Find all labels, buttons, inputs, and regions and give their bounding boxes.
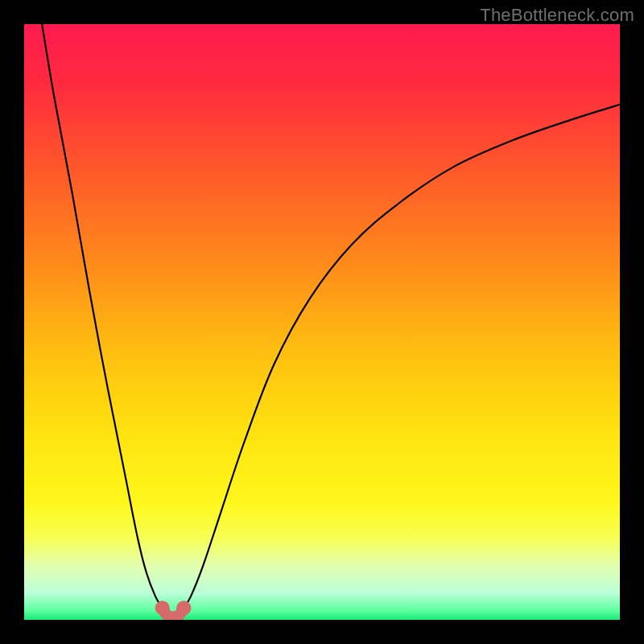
marker-dot (155, 601, 170, 615)
curve-left-branch (42, 24, 162, 608)
marker-dot (176, 601, 191, 615)
chart-curves (24, 24, 620, 620)
plot-area (24, 24, 620, 620)
chart-frame: TheBottleneck.com (0, 0, 644, 644)
curve-right-branch (184, 105, 620, 608)
watermark-text: TheBottleneck.com (480, 5, 634, 26)
